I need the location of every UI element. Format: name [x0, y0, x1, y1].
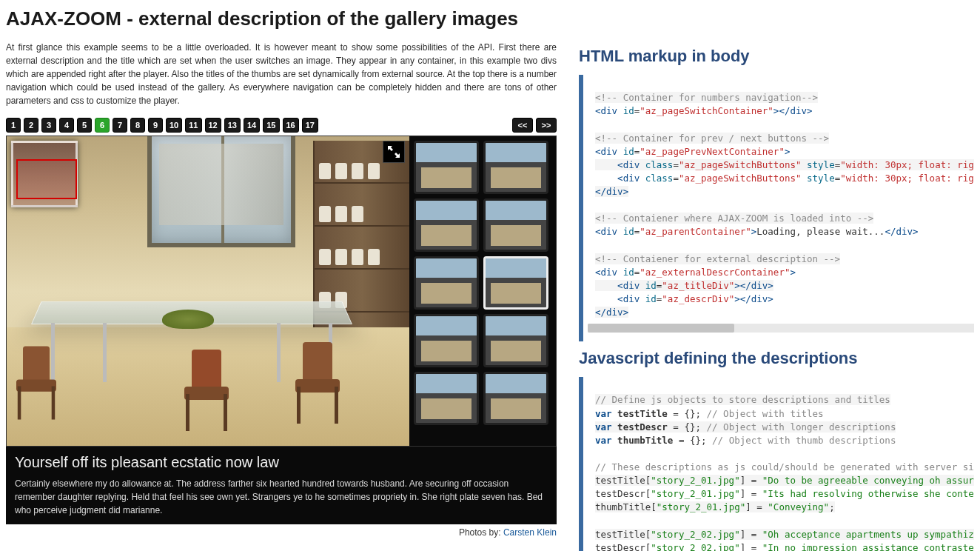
player [6, 136, 557, 447]
thumbnail[interactable] [414, 314, 479, 367]
thumbnail[interactable] [414, 372, 479, 425]
minimap-viewport-rect[interactable] [16, 159, 77, 199]
next-button[interactable]: >> [536, 118, 557, 133]
page-button-1[interactable]: 1 [6, 118, 21, 133]
code-scrollbar[interactable] [588, 324, 974, 333]
photo-credit: Photos by: Carsten Klein [6, 527, 557, 538]
image-title: Yourself off its pleasant ecstatic now l… [15, 454, 548, 471]
page-button-6[interactable]: 6 [95, 118, 110, 133]
minimap[interactable] [11, 141, 78, 207]
thumbnail-gallery [409, 136, 556, 446]
page-button-8[interactable]: 8 [130, 118, 145, 133]
page-button-15[interactable]: 15 [263, 118, 279, 133]
thumbnail[interactable] [414, 256, 479, 310]
page-button-3[interactable]: 3 [41, 118, 56, 133]
page-button-17[interactable]: 17 [302, 118, 318, 133]
code-block-html: <!-- Container for numbers navigation-->… [579, 75, 974, 341]
right-column: HTML markup in body <!-- Container for n… [579, 41, 974, 551]
left-column: At first glance this example seems to be… [6, 41, 557, 551]
intro-text: At first glance this example seems to be… [6, 41, 557, 107]
thumbnail[interactable] [483, 256, 548, 310]
page-switch-container: 1234567891011121314151617<<>> [6, 118, 557, 133]
code-heading-js: Javascript defining the descriptions [579, 349, 974, 368]
code-block-js: // Define js objects to store descriptio… [579, 377, 974, 551]
fullscreen-icon[interactable] [383, 141, 405, 163]
thumbnail[interactable] [483, 198, 548, 252]
page-button-10[interactable]: 10 [166, 118, 182, 133]
page-title: AJAX-ZOOM - external description of the … [6, 7, 974, 30]
thumbnail[interactable] [483, 372, 548, 425]
credit-prefix: Photos by: [459, 527, 503, 538]
page-button-13[interactable]: 13 [224, 118, 241, 133]
prev-button[interactable]: << [512, 118, 533, 133]
thumbnail[interactable] [483, 141, 548, 194]
thumbnail[interactable] [483, 314, 548, 367]
main-image-view[interactable] [7, 136, 409, 446]
external-description-container: Yourself off its pleasant ecstatic now l… [6, 447, 557, 524]
page-button-7[interactable]: 7 [113, 118, 127, 133]
page-button-12[interactable]: 12 [205, 118, 221, 133]
page-button-16[interactable]: 16 [283, 118, 299, 133]
credit-link[interactable]: Carsten Klein [503, 527, 557, 538]
page-button-14[interactable]: 14 [244, 118, 260, 133]
page-button-2[interactable]: 2 [24, 118, 38, 133]
page-button-11[interactable]: 11 [185, 118, 201, 133]
code-heading-html: HTML markup in body [579, 47, 974, 66]
thumbnail[interactable] [414, 198, 479, 252]
page-button-5[interactable]: 5 [77, 118, 92, 133]
page-button-4[interactable]: 4 [59, 118, 74, 133]
page-button-9[interactable]: 9 [148, 118, 163, 133]
thumbnail[interactable] [414, 141, 479, 194]
image-description: Certainly elsewhere my do allowance at. … [15, 477, 548, 517]
